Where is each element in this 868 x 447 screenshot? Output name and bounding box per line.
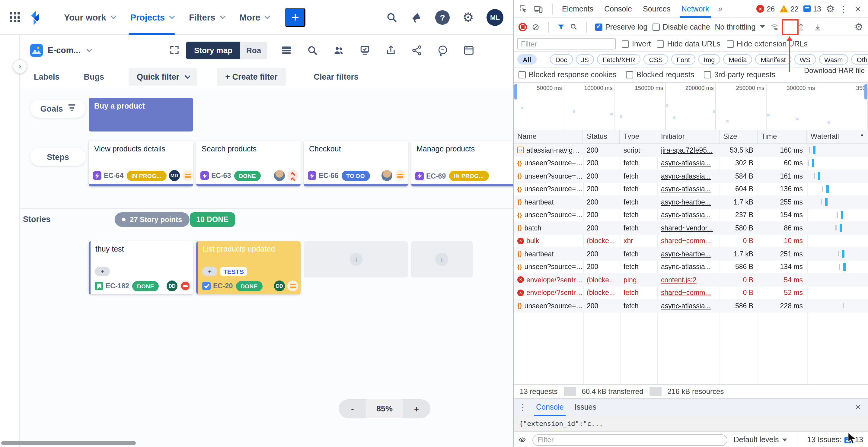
nav-item-filters[interactable]: Filters [181, 0, 231, 35]
drawer-tab-console[interactable]: Console [531, 398, 569, 416]
step-card[interactable]: View products detailsEC-64IN PROG...MD [89, 140, 193, 186]
backlog-icon[interactable] [280, 44, 292, 56]
drawer-menu-icon[interactable]: ⋮ [519, 402, 527, 412]
horizontal-scrollbar[interactable] [1, 441, 136, 445]
panel-icon[interactable] [463, 44, 474, 56]
drawer-tab-issues[interactable]: Issues [569, 398, 602, 416]
initiator-link[interactable]: async-atlassia... [661, 212, 711, 219]
jira-logo[interactable] [28, 9, 44, 25]
network-request-row[interactable]: {}batch200fetchshared~vendor...580 B86 m… [514, 221, 868, 234]
share-icon[interactable] [411, 44, 422, 56]
devtools-tab-network[interactable]: Network [676, 0, 715, 18]
initiator-link[interactable]: shared~vendor... [661, 224, 713, 232]
initiator-link[interactable]: async-atlassia... [661, 302, 711, 310]
assignee-avatar[interactable] [381, 170, 392, 181]
create-issue-button[interactable]: + [285, 7, 305, 27]
step-card[interactable]: Manage productsEC-69IN PROG... [411, 140, 513, 186]
preserve-log-checkbox[interactable]: Preserve log [595, 23, 647, 31]
network-request-row[interactable]: {}unseen?source=atlaskitNot...200fetchas… [514, 209, 868, 221]
nav-item-projects[interactable]: Projects [123, 0, 181, 35]
inspect-element-icon[interactable] [519, 4, 528, 13]
network-filter-input[interactable] [517, 38, 616, 50]
warning-count-badge[interactable]: !22 [780, 4, 799, 13]
project-name[interactable]: E-com... [48, 45, 81, 55]
checkbox-blocked-response-cookies[interactable]: Blocked response cookies [519, 71, 616, 79]
network-request-row[interactable]: {}unseen?source=atlaskitNot...200fetchas… [514, 169, 868, 183]
devtools-tab-console[interactable]: Console [599, 0, 638, 18]
assignee-avatar[interactable]: MD [169, 170, 180, 181]
fullscreen-icon[interactable] [169, 45, 180, 56]
goals-row-label[interactable]: Goals [30, 99, 86, 118]
column-header-status[interactable]: Status [583, 130, 620, 143]
column-header-type[interactable]: Type [620, 130, 657, 143]
help-icon[interactable]: ? [435, 10, 450, 25]
type-pill-ws[interactable]: WS [794, 54, 816, 65]
network-request-row[interactable]: {}unseen?source=atlaskitNot...200fetchas… [514, 299, 868, 312]
disable-cache-checkbox[interactable]: Disable cache [652, 23, 710, 31]
type-pill-img[interactable]: Img [699, 54, 720, 65]
network-request-row[interactable]: {}heartbeat200fetchasync-heartbe...1.7 k… [514, 247, 868, 260]
column-header-initiator[interactable]: Initiator [657, 130, 719, 143]
type-pill-wasm[interactable]: Wasm [819, 54, 848, 65]
network-request-row[interactable]: {}unseen?source=atlaskitNot...200fetchas… [514, 260, 868, 273]
initiator-link[interactable]: async-atlassia... [661, 263, 711, 270]
timeline-left-handle[interactable] [514, 84, 517, 99]
devtools-close-icon[interactable]: × [852, 3, 863, 14]
nav-item-more[interactable]: More [231, 0, 276, 35]
project-chevron-icon[interactable] [87, 46, 93, 52]
type-pill-manifest[interactable]: Manifest [755, 54, 791, 65]
network-settings-icon[interactable]: ⚙ [855, 22, 863, 32]
tab-roadmap[interactable]: Roa [240, 41, 267, 59]
initiator-link[interactable]: content.js:2 [661, 276, 696, 284]
devtools-tab-sources[interactable]: Sources [638, 0, 676, 18]
devtools-settings-icon[interactable]: ⚙ [826, 4, 835, 13]
people-icon[interactable] [332, 44, 344, 56]
step-card[interactable]: Search productsEC-63DONE [196, 140, 301, 186]
invert-checkbox[interactable]: Invert [622, 39, 651, 48]
type-pill-js[interactable]: JS [576, 54, 594, 65]
empty-card-slot[interactable]: + [304, 241, 408, 278]
expand-sidebar-button[interactable]: › [13, 59, 27, 73]
network-search-icon[interactable] [569, 23, 577, 31]
initiator-link[interactable]: shared~comm... [661, 237, 711, 245]
hide-data-urls-checkbox[interactable]: Hide data URLs [657, 39, 721, 48]
filter-bugs[interactable]: Bugs [84, 72, 104, 82]
network-request-row[interactable]: ×envelope/?sentry_key=fdb...(blocke...pi… [514, 273, 868, 286]
column-header-size[interactable]: Size [719, 130, 757, 143]
initiator-link[interactable]: jira-spa.72fe95... [661, 147, 713, 154]
log-levels-select[interactable]: Default levels [734, 436, 787, 444]
assignee-avatar[interactable]: DD [274, 281, 285, 291]
zoom-in-button[interactable]: + [403, 400, 430, 418]
eye-icon[interactable] [519, 436, 526, 443]
network-request-row[interactable]: ×bulk(blocke...xhrshared~comm...0 B10 ms [514, 234, 868, 247]
network-overview-timeline[interactable]: 50000 ms100000 ms150000 ms200000 ms25000… [514, 83, 868, 130]
network-request-row[interactable]: {}unseen?source=atlaskitNot...200fetchas… [514, 157, 868, 169]
drawer-close-icon[interactable]: × [852, 402, 863, 413]
column-header-waterfall[interactable]: Waterfall▲ [807, 130, 868, 143]
console-filter-input[interactable] [532, 434, 727, 446]
add-label-button[interactable]: + [202, 267, 217, 276]
notifications-icon[interactable] [410, 11, 423, 23]
story-card[interactable]: thuy test+EC-182DONEDD [89, 241, 193, 294]
create-filter-button[interactable]: + Create filter [217, 68, 286, 86]
clear-filters-link[interactable]: Clear filters [314, 72, 359, 82]
export-icon[interactable] [385, 44, 396, 56]
timeline-right-handle[interactable] [864, 84, 867, 99]
type-pill-all[interactable]: All [517, 54, 537, 65]
devtools-tab-elements[interactable]: Elements [557, 0, 599, 18]
settings-icon[interactable]: ⚙ [462, 11, 474, 24]
clear-network-log-icon[interactable]: ⊘ [532, 22, 539, 31]
issues-count-badge[interactable]: 13 [803, 4, 821, 13]
record-network-log-icon[interactable] [519, 23, 527, 31]
more-tabs-icon[interactable]: » [714, 4, 726, 13]
step-card[interactable]: CheckoutEC-66TO DO [304, 140, 408, 186]
add-card-icon[interactable]: + [435, 253, 448, 266]
type-pill-css[interactable]: CSS [644, 54, 668, 65]
initiator-link[interactable]: async-atlassia... [661, 160, 711, 167]
type-pill-other[interactable]: Other [851, 54, 868, 65]
network-conditions-icon[interactable] [769, 23, 779, 31]
error-count-badge[interactable]: ×26 [756, 4, 775, 13]
goal-card[interactable]: Buy a product [89, 98, 193, 131]
user-avatar[interactable]: ML [487, 9, 503, 26]
network-request-row[interactable]: ×envelope/?sentry_key=127...(blocke...fe… [514, 286, 868, 299]
